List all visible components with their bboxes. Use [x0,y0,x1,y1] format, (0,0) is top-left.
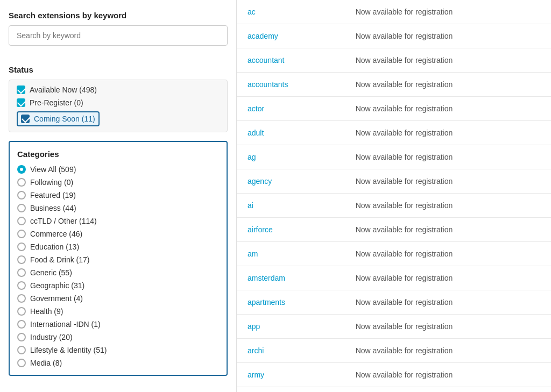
table-row: airforce Now available for registration [237,218,551,242]
table-row: agency Now available for registration [237,169,551,194]
cat-food-item[interactable]: Food & Drink (17) [17,255,219,264]
cat-commerce-item[interactable]: Commerce (46) [17,230,219,238]
cat-lifestyle-label: Lifestyle & Identity (51) [30,346,107,354]
status-comingsoon-item[interactable]: Coming Soon (11) [17,111,220,126]
right-panel: ac Now available for registration academ… [237,0,551,392]
status-text: Now available for registration [356,56,453,65]
status-text: Now available for registration [356,177,453,186]
cat-government-item[interactable]: Government (4) [17,294,219,303]
cat-health-radio[interactable] [17,307,26,316]
status-cell: Now available for registration [345,242,551,266]
cat-international-radio[interactable] [17,320,26,329]
extension-link[interactable]: amsterdam [248,274,285,282]
cat-following-item[interactable]: Following (0) [17,178,219,187]
status-cell: Now available for registration [345,169,551,194]
extension-link[interactable]: airforce [248,225,273,234]
extension-cell: airforce [237,218,345,242]
extension-cell: agency [237,169,345,194]
cat-government-label: Government (4) [30,294,83,303]
cat-featured-item[interactable]: Featured (19) [17,191,219,199]
status-text: Now available for registration [356,8,453,16]
cat-geographic-item[interactable]: Geographic (31) [17,281,219,290]
cat-media-radio[interactable] [17,359,26,367]
cat-lifestyle-item[interactable]: Lifestyle & Identity (51) [17,346,219,354]
status-text: Now available for registration [356,250,453,258]
cat-geographic-radio[interactable] [17,281,26,290]
status-text: Now available for registration [356,225,453,234]
status-cell: Now available for registration [345,218,551,242]
extension-link[interactable]: actor [248,104,264,113]
status-text: Now available for registration [356,346,453,355]
table-row: academy Now available for registration [237,24,551,48]
cat-industry-item[interactable]: Industry (20) [17,333,219,341]
status-text: Now available for registration [356,153,453,161]
search-input[interactable] [9,25,228,46]
cat-cctld-radio[interactable] [17,217,26,225]
cat-featured-radio[interactable] [17,191,26,199]
cat-geographic-label: Geographic (31) [30,281,84,290]
cat-generic-label: Generic (55) [30,268,72,277]
extension-cell: art [237,387,345,393]
left-panel: Search extensions by keyword Status Avai… [0,0,237,392]
extension-link[interactable]: am [248,250,258,258]
cat-education-item[interactable]: Education (13) [17,243,219,251]
cat-industry-radio[interactable] [17,333,26,341]
table-row: apartments Now available for registratio… [237,290,551,315]
extension-link[interactable]: ag [248,153,256,161]
categories-title: Categories [17,149,219,159]
cat-business-radio[interactable] [17,204,26,212]
extension-cell: app [237,315,345,339]
extension-link[interactable]: academy [248,32,278,40]
cat-media-item[interactable]: Media (8) [17,359,219,367]
status-available-checkbox[interactable] [17,85,25,94]
extension-cell: apartments [237,290,345,315]
cat-international-item[interactable]: International -IDN (1) [17,320,219,329]
cat-commerce-radio[interactable] [17,230,26,238]
status-cell: Now available for registration [345,315,551,339]
status-cell: Now available for registration [345,387,551,393]
cat-following-label: Following (0) [30,178,73,187]
extension-link[interactable]: apartments [248,298,285,307]
extension-cell: academy [237,24,345,48]
extension-cell: ai [237,194,345,218]
status-comingsoon-label: Coming Soon (11) [34,115,95,123]
extension-link[interactable]: ai [248,201,253,210]
extension-link[interactable]: adult [248,129,264,137]
cat-business-item[interactable]: Business (44) [17,204,219,212]
cat-following-radio[interactable] [17,178,26,187]
extension-link[interactable]: agency [248,177,272,186]
extension-link[interactable]: archi [248,346,264,355]
extension-cell: archi [237,339,345,363]
cat-viewall-label: View All (509) [30,165,76,174]
status-text: Now available for registration [356,80,453,89]
cat-generic-item[interactable]: Generic (55) [17,268,219,277]
status-text: Now available for registration [356,129,453,137]
status-preregister-item[interactable]: Pre-Register (0) [17,98,220,107]
table-row: accountant Now available for registratio… [237,48,551,73]
cat-lifestyle-radio[interactable] [17,346,26,354]
cat-generic-radio[interactable] [17,268,26,277]
status-cell: Now available for registration [345,266,551,290]
cat-government-radio[interactable] [17,294,26,303]
cat-food-radio[interactable] [17,255,26,264]
cat-education-label: Education (13) [30,243,79,251]
extension-link[interactable]: army [248,370,264,379]
extension-link[interactable]: ac [248,8,256,16]
status-preregister-checkbox[interactable] [17,98,25,107]
status-cell: Now available for registration [345,145,551,169]
status-available-item[interactable]: Available Now (498) [17,85,220,94]
cat-education-radio[interactable] [17,243,26,251]
cat-health-item[interactable]: Health (9) [17,307,219,316]
table-row: amsterdam Now available for registration [237,266,551,290]
extension-link[interactable]: accountants [248,80,288,89]
cat-viewall-item[interactable]: View All (509) [17,165,219,174]
cat-cctld-item[interactable]: ccTLD / Other (114) [17,217,219,225]
status-available-label: Available Now (498) [30,85,97,94]
cat-viewall-radio[interactable] [17,165,26,174]
extensions-table: ac Now available for registration academ… [237,0,551,392]
status-comingsoon-checkbox[interactable] [21,115,30,123]
table-row: app Now available for registration [237,315,551,339]
extension-link[interactable]: app [248,322,260,331]
cat-industry-label: Industry (20) [30,333,73,341]
extension-link[interactable]: accountant [248,56,285,65]
